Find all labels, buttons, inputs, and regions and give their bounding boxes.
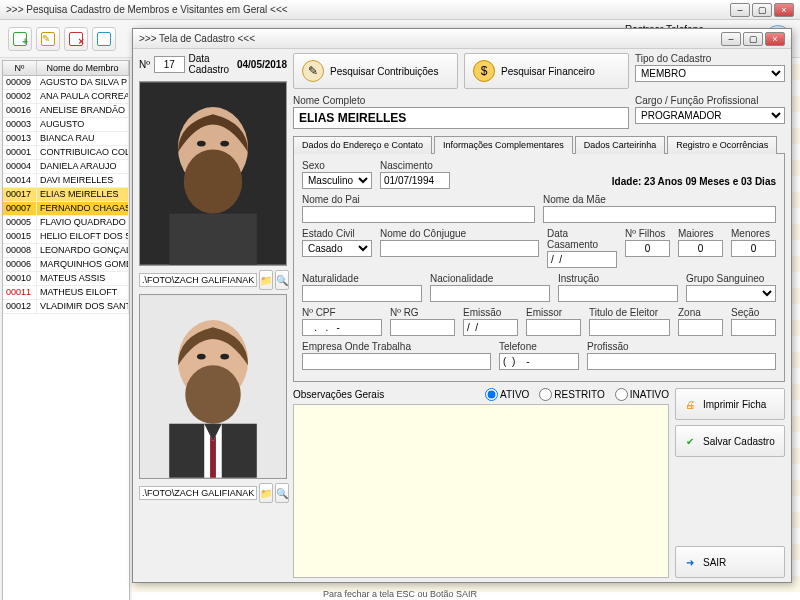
tabs-bar: Dados do Endereço e ContatoInformações C…: [293, 135, 785, 154]
exit-button[interactable]: ➜SAIR: [675, 546, 785, 578]
blood-select[interactable]: [686, 285, 776, 302]
adults-input[interactable]: [678, 240, 723, 257]
phone-input[interactable]: [499, 353, 579, 370]
table-row[interactable]: 00017ELIAS MEIRELLES: [3, 188, 129, 202]
voter-input[interactable]: [589, 319, 670, 336]
status-active-radio[interactable]: ATIVO: [485, 388, 529, 401]
search-financial-label: Pesquisar Financeiro: [501, 66, 595, 77]
wedding-input[interactable]: [547, 251, 617, 268]
print-button[interactable]: 🖨Imprimir Ficha: [675, 388, 785, 420]
dialog-close-button[interactable]: ×: [765, 32, 785, 46]
dialog-title: >>> Tela de Cadastro <<<: [139, 33, 721, 44]
mother-label: Nome da Mãe: [543, 194, 776, 205]
tab-0[interactable]: Dados do Endereço e Contato: [293, 136, 432, 154]
table-row[interactable]: 00003AUGUSTO: [3, 118, 129, 132]
register-type-label: Tipo do Cadastro: [635, 53, 785, 64]
table-row[interactable]: 00006MARQUINHOS GOME: [3, 258, 129, 272]
search-financial-button[interactable]: $ Pesquisar Financeiro: [464, 53, 629, 89]
spouse-input[interactable]: [380, 240, 539, 257]
mother-input[interactable]: [543, 206, 776, 223]
section-input[interactable]: [731, 319, 776, 336]
phone-label: Telefone: [499, 341, 579, 352]
svg-point-4: [220, 141, 229, 147]
search-contributions-button[interactable]: ✎ Pesquisar Contribuições: [293, 53, 458, 89]
role-select[interactable]: PROGRAMADOR: [635, 107, 785, 124]
grid-header-num[interactable]: Nº: [3, 61, 37, 75]
profession-input[interactable]: [587, 353, 776, 370]
check-icon: ✔: [682, 433, 698, 449]
sex-select[interactable]: Masculino: [302, 172, 372, 189]
photo1-path-input[interactable]: [139, 273, 257, 287]
nationality-input[interactable]: [430, 285, 550, 302]
photo2-path-input[interactable]: [139, 486, 257, 500]
table-row[interactable]: 00008LEONARDO GONÇAL: [3, 244, 129, 258]
cpf-label: Nº CPF: [302, 307, 382, 318]
table-row[interactable]: 00011MATHEUS EILOFT: [3, 286, 129, 300]
observations-textarea[interactable]: [293, 404, 669, 578]
profession-label: Profissão: [587, 341, 776, 352]
rg-label: Nº RG: [390, 307, 455, 318]
table-row[interactable]: 00001CONTRIBUICAO COLE: [3, 146, 129, 160]
delete-record-button[interactable]: [64, 27, 88, 51]
dialog-maximize-button[interactable]: ▢: [743, 32, 763, 46]
tab-1[interactable]: Informações Complementares: [434, 136, 573, 154]
close-button[interactable]: ×: [774, 3, 794, 17]
education-input[interactable]: [558, 285, 678, 302]
tab-2[interactable]: Dados Carteirinha: [575, 136, 666, 154]
grid-header-name[interactable]: Nome do Membro: [37, 61, 129, 75]
father-input[interactable]: [302, 206, 535, 223]
table-row[interactable]: 00005FLAVIO QUADRADO: [3, 216, 129, 230]
svg-rect-5: [169, 214, 257, 265]
refresh-button[interactable]: [92, 27, 116, 51]
section-label: Seção: [731, 307, 776, 318]
tab-3[interactable]: Registro e Ocorrências: [667, 136, 777, 154]
minimize-button[interactable]: –: [730, 3, 750, 17]
table-row[interactable]: 00014DAVI MEIRELLES: [3, 174, 129, 188]
zone-input[interactable]: [678, 319, 723, 336]
record-date-value: 04/05/2018: [237, 59, 287, 70]
issuer-label: Emissor: [526, 307, 581, 318]
table-row[interactable]: 00002ANA PAULA CORREA: [3, 90, 129, 104]
company-label: Empresa Onde Trabalha: [302, 341, 491, 352]
spouse-label: Nome do Cônjugue: [380, 228, 539, 239]
civil-select[interactable]: Casado: [302, 240, 372, 257]
maximize-button[interactable]: ▢: [752, 3, 772, 17]
status-inactive-radio[interactable]: INATIVO: [615, 388, 669, 401]
issuer-input[interactable]: [526, 319, 581, 336]
table-row[interactable]: 00007FERNANDO CHAGAS: [3, 202, 129, 216]
photo1-browse-button[interactable]: 📁: [259, 270, 273, 290]
svg-point-8: [185, 365, 240, 423]
cpf-input[interactable]: [302, 319, 382, 336]
table-row[interactable]: 00015HELIO EILOFT DOS S: [3, 230, 129, 244]
table-row[interactable]: 00009AGUSTO DA SILVA P: [3, 76, 129, 90]
rg-input[interactable]: [390, 319, 455, 336]
table-row[interactable]: 00004DANIELA ARAUJO: [3, 160, 129, 174]
age-text: Idade: 23 Anos 09 Meses e 03 Dias: [612, 176, 776, 189]
register-type-select[interactable]: MEMBRO: [635, 65, 785, 82]
birth-input[interactable]: [380, 172, 450, 189]
adults-label: Maiores: [678, 228, 723, 239]
svg-point-9: [197, 354, 206, 360]
company-input[interactable]: [302, 353, 491, 370]
table-row[interactable]: 00016ANELISE BRANDÃO: [3, 104, 129, 118]
photo2-zoom-button[interactable]: 🔍: [275, 483, 289, 503]
table-row[interactable]: 00012VLADIMIR DOS SANT: [3, 300, 129, 314]
svg-point-2: [184, 149, 242, 213]
status-restrict-radio[interactable]: RESTRITO: [539, 388, 604, 401]
table-row[interactable]: 00010MATEUS ASSIS: [3, 272, 129, 286]
edit-record-button[interactable]: [36, 27, 60, 51]
table-row[interactable]: 00013BIANCA RAU: [3, 132, 129, 146]
dialog-title-bar: >>> Tela de Cadastro <<< – ▢ ×: [133, 29, 791, 49]
kids-input[interactable]: [625, 240, 670, 257]
save-button[interactable]: ✔Salvar Cadastro: [675, 425, 785, 457]
photo2-browse-button[interactable]: 📁: [259, 483, 273, 503]
naturality-input[interactable]: [302, 285, 422, 302]
emission-input[interactable]: [463, 319, 518, 336]
folder-icon: 📁: [260, 275, 272, 286]
photo1-zoom-button[interactable]: 🔍: [275, 270, 289, 290]
dialog-minimize-button[interactable]: –: [721, 32, 741, 46]
birth-label: Nascimento: [380, 160, 450, 171]
members-grid: Nº Nome do Membro 00009AGUSTO DA SILVA P…: [2, 60, 130, 600]
new-record-button[interactable]: [8, 27, 32, 51]
minors-input[interactable]: [731, 240, 776, 257]
